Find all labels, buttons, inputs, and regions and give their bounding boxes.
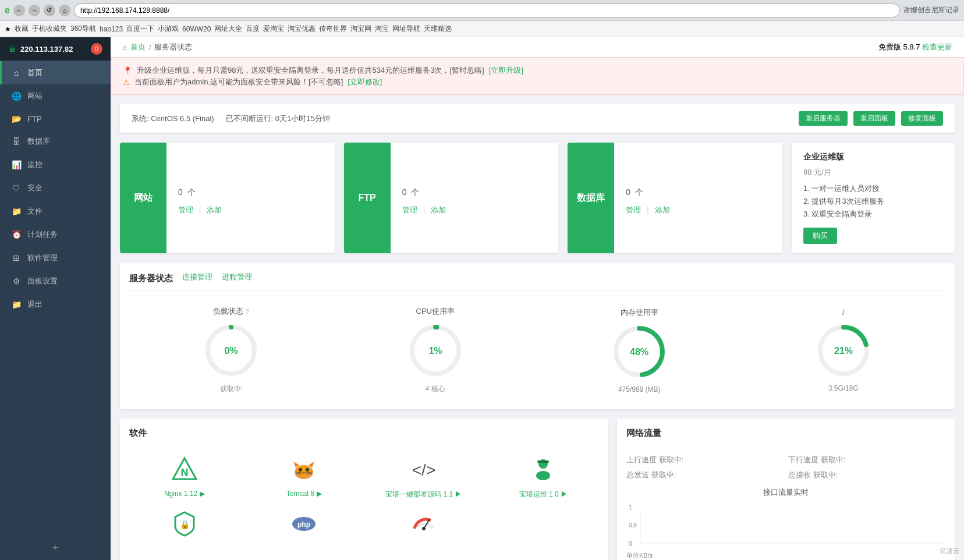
bookmark-taobao2[interactable]: 淘宝 bbox=[375, 24, 389, 34]
svg-text:1: 1 bbox=[629, 504, 632, 511]
stat-card-ftp: FTP 0 个 管理 | 添加 bbox=[344, 143, 559, 253]
database-actions: 管理 | 添加 bbox=[626, 205, 771, 215]
sidebar-item-database[interactable]: 🗄 数据库 bbox=[0, 130, 111, 153]
bookmark-taobao-net[interactable]: 淘宝网 bbox=[350, 24, 371, 34]
alert-upgrade-link[interactable]: [立即升级] bbox=[489, 65, 523, 76]
ops-name: 宝塔运维 1.0 ▶ bbox=[519, 490, 568, 499]
alert-banner: 📍 升级企业运维版，每月只需98元，送双重安全隔离登录，每月送价值共534元的运… bbox=[111, 58, 964, 95]
software-item-tomcat[interactable]: Tomcat 8 ▶ bbox=[249, 455, 360, 499]
website-count: 0 个 bbox=[178, 180, 323, 199]
sidebar-item-files[interactable]: 📁 文件 bbox=[0, 200, 111, 223]
bookmark-hao123[interactable]: hao123 bbox=[100, 25, 123, 33]
alert-security-text: 当前面板用户为admin,这可能为面板安全带来风险！[不可忽略] bbox=[134, 77, 343, 87]
system-uptime: 已不间断运行: 0天1小时15分钟 bbox=[226, 114, 330, 124]
database-add-link[interactable]: 添加 bbox=[655, 205, 670, 215]
software-header: 软件 bbox=[129, 428, 598, 445]
sidebar-item-website[interactable]: 🌐 网站 bbox=[0, 84, 111, 108]
app-layout: 🖥 220.113.137.82 0 ⌂ 首页 🌐 网站 📂 FTP 🗄 数据库 bbox=[0, 37, 964, 560]
check-update-link[interactable]: 检查更新 bbox=[922, 42, 952, 51]
forward-button[interactable]: → bbox=[29, 5, 40, 16]
bookmark-taobao[interactable]: 爱淘宝 bbox=[263, 24, 284, 34]
bookmark-bd[interactable]: 百度 bbox=[246, 24, 260, 34]
bottom-row: 软件 N Nginx 1.12 ▶ bbox=[120, 419, 955, 560]
software-item-ops[interactable]: 宝塔运维 1.0 ▶ bbox=[488, 455, 599, 499]
url-bar[interactable] bbox=[74, 3, 900, 17]
bookmark-urlnav[interactable]: 网址导航 bbox=[392, 24, 420, 34]
restart-server-button[interactable]: 重启服务器 bbox=[799, 111, 848, 126]
sidebar-item-tasks[interactable]: ⏰ 计划任务 bbox=[0, 223, 111, 246]
bookmark-mobile[interactable]: 手机收藏夹 bbox=[32, 24, 67, 34]
nginx-name: Nginx 1.12 ▶ bbox=[164, 490, 205, 498]
breadcrumb-separator: / bbox=[149, 43, 151, 52]
sidebar-badge: 0 bbox=[91, 43, 102, 55]
tab-connection-mgmt[interactable]: 连接管理 bbox=[182, 272, 212, 285]
software-item-php[interactable]: php bbox=[249, 509, 360, 544]
bookmark-games[interactable]: 小游戏 bbox=[158, 24, 179, 34]
sidebar-item-monitor[interactable]: 📊 监控 bbox=[0, 153, 111, 176]
bookmark-baidu[interactable]: 百度一下 bbox=[126, 24, 154, 34]
database-manage-link[interactable]: 管理 bbox=[626, 205, 641, 215]
ftp-actions: 管理 | 添加 bbox=[402, 205, 547, 215]
bookmark-chuanqi[interactable]: 传奇世界 bbox=[319, 24, 347, 34]
repair-panel-button[interactable]: 修复面板 bbox=[901, 111, 943, 126]
sidebar-item-home[interactable]: ⌂ 首页 bbox=[0, 61, 111, 84]
sidebar-item-ftp-label: FTP bbox=[27, 115, 42, 123]
network-download: 下行速度 获取中: bbox=[788, 455, 945, 465]
network-total-recv: 总接收 获取中: bbox=[788, 470, 945, 480]
website-manage-link[interactable]: 管理 bbox=[178, 205, 193, 215]
database-count: 0 个 bbox=[626, 180, 771, 199]
alert-location-icon: 📍 bbox=[123, 66, 132, 75]
database-sep: | bbox=[647, 205, 648, 215]
load-help-icon[interactable]: ? bbox=[246, 308, 249, 315]
gauge-memory-label: 内存使用率 bbox=[621, 307, 658, 318]
svg-point-19 bbox=[306, 468, 309, 472]
ftp-add-link[interactable]: 添加 bbox=[431, 205, 446, 215]
tab-process-mgmt[interactable]: 进程管理 bbox=[222, 272, 252, 285]
speed-icon bbox=[409, 509, 439, 539]
svg-point-28 bbox=[536, 471, 550, 480]
network-section: 网络流量 上行速度 获取中: 下行速度 获取中: 总发送 获取中: bbox=[617, 419, 955, 560]
svg-text:🔒: 🔒 bbox=[179, 520, 190, 530]
home-button[interactable]: ⌂ bbox=[59, 5, 70, 16]
sidebar-item-settings[interactable]: ⚙ 面板设置 bbox=[0, 270, 111, 293]
breadcrumb-home[interactable]: 首页 bbox=[130, 42, 146, 52]
alert-security-link[interactable]: [立即修改] bbox=[348, 77, 382, 87]
server-status-header: 服务器状态 连接管理 进程管理 bbox=[129, 272, 945, 291]
svg-rect-27 bbox=[537, 460, 549, 463]
buy-button[interactable]: 购买 bbox=[803, 228, 837, 244]
restart-panel-button[interactable]: 重启面板 bbox=[853, 111, 895, 126]
ftp-manage-link[interactable]: 管理 bbox=[402, 205, 417, 215]
bookmark-nav[interactable]: 网址大全 bbox=[214, 24, 242, 34]
bookmark-60ww20[interactable]: 60WW20 bbox=[182, 25, 211, 33]
svg-text:N: N bbox=[180, 467, 188, 479]
refresh-button[interactable]: ↺ bbox=[44, 5, 55, 16]
network-chart-title: 接口流量实时 bbox=[626, 487, 945, 498]
breadcrumb-current: 服务器状态 bbox=[154, 42, 192, 52]
website-card-body: 0 个 管理 | 添加 bbox=[166, 143, 335, 253]
sidebar-item-ftp[interactable]: 📂 FTP bbox=[0, 108, 111, 130]
add-icon: + bbox=[52, 542, 59, 554]
software-item-speed[interactable] bbox=[368, 509, 479, 544]
sidebar-add-button[interactable]: + bbox=[0, 536, 111, 560]
bookmark-360[interactable]: 360导航 bbox=[70, 24, 96, 34]
network-total-send: 总发送 获取中: bbox=[626, 470, 784, 480]
software-item-deploy[interactable]: </> 宝塔一键部署源码 1.1 ▶ bbox=[368, 455, 479, 499]
monitor-icon: 🖥 bbox=[8, 45, 16, 54]
deploy-name: 宝塔一键部署源码 1.1 ▶ bbox=[385, 490, 462, 499]
website-actions: 管理 | 添加 bbox=[178, 205, 323, 215]
breadcrumb: ⌂ 首页 / 服务器状态 bbox=[122, 42, 192, 52]
website-add-link[interactable]: 添加 bbox=[207, 205, 222, 215]
website-icon: 🌐 bbox=[11, 91, 22, 101]
gauge-load-label: 负载状态 ? bbox=[213, 306, 249, 317]
sidebar-item-logout[interactable]: 📁 退出 bbox=[0, 293, 111, 316]
sidebar-item-software[interactable]: ⊞ 软件管理 bbox=[0, 246, 111, 270]
svg-text:48%: 48% bbox=[630, 347, 648, 357]
bookmark-taobao-sale[interactable]: 淘宝优惠 bbox=[288, 24, 316, 34]
bookmark-tianwei[interactable]: 天维精选 bbox=[424, 24, 452, 34]
software-item-shield[interactable]: 🔒 bbox=[129, 509, 240, 544]
breadcrumb-home-icon: ⌂ bbox=[122, 43, 127, 52]
sidebar-item-security[interactable]: 🛡 安全 bbox=[0, 176, 111, 200]
software-item-nginx[interactable]: N Nginx 1.12 ▶ bbox=[129, 455, 240, 499]
back-button[interactable]: ← bbox=[13, 5, 25, 16]
bookmark-favorites[interactable]: 收藏 bbox=[15, 24, 29, 34]
